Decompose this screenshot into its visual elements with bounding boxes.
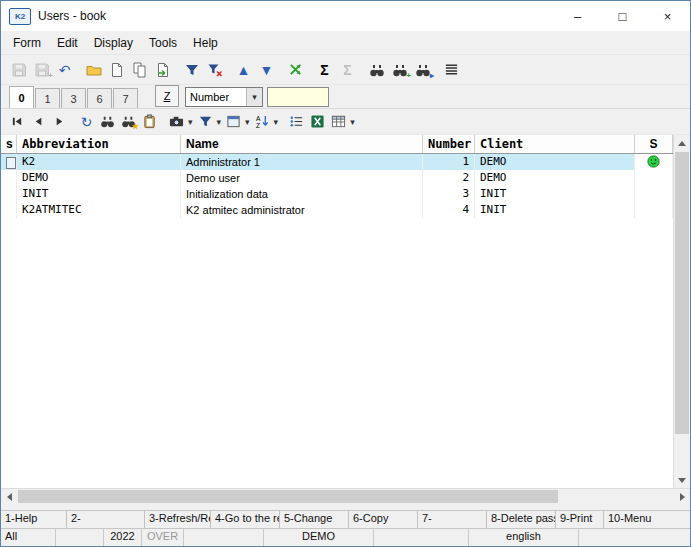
vertical-scroll-thumb[interactable] [675,152,689,434]
fnkey-10-menu[interactable]: 10-Menu [604,511,690,528]
horizontal-scrollbar[interactable] [1,488,690,504]
find-icon[interactable] [365,58,388,81]
form-view-button[interactable]: ▾ [223,111,250,132]
tab-0[interactable]: 0 [9,86,34,108]
new-record-icon[interactable] [105,58,128,81]
tab-3[interactable]: 3 [61,88,86,108]
sum-selected-icon[interactable]: Σ [336,58,359,81]
z-button[interactable]: Z [155,85,179,107]
chevron-down-icon[interactable]: ▾ [350,117,355,127]
status-empty-4 [579,529,690,546]
close-button[interactable]: × [645,1,690,31]
tab-7[interactable]: 7 [113,88,138,108]
cell-name: Initialization data [181,186,423,202]
fnkey-7[interactable]: 7- [418,511,487,528]
cell-abbreviation: DEMO [17,170,181,186]
sort-descending-icon[interactable]: ▼ [255,58,278,81]
snapshot-button[interactable]: ▾ [166,111,193,132]
sort-ascending-icon[interactable]: ▲ [232,58,255,81]
sum-icon[interactable]: Σ [313,58,336,81]
save-record-icon[interactable]: + [30,58,53,81]
window-title: Users - book [38,9,555,23]
table-row[interactable]: K2ATMITEC K2 atmitec administrator 4 INI… [1,202,673,218]
table-row[interactable]: K2 Administrator 1 1 DEMO [1,154,673,170]
current-record-marker [6,157,16,169]
status-bar: All 2022 OVER DEMO english [1,528,690,546]
col-header-status[interactable]: S [635,135,673,153]
open-icon[interactable] [82,58,105,81]
status-client: DEMO [264,529,374,546]
sort-button[interactable]: AZ ▾ [252,111,279,132]
fnkey-2[interactable]: 2- [67,511,145,528]
menu-list-icon[interactable] [440,58,463,81]
col-header-number[interactable]: Number [423,135,475,153]
col-header-client[interactable]: Client [475,135,635,153]
status-empty-3 [374,529,469,546]
cell-client: DEMO [475,154,635,170]
menu-form[interactable]: Form [5,33,49,53]
tab-6[interactable]: 6 [87,88,112,108]
tab-1[interactable]: 1 [35,88,60,108]
cell-abbreviation: INIT [17,186,181,202]
find-highlight-icon[interactable]: ★ [118,111,139,132]
cell-abbreviation: K2 [17,154,181,170]
paste-icon[interactable] [139,111,160,132]
status-mode: All [1,529,56,546]
quick-search-input[interactable] [267,87,329,107]
menu-tools[interactable]: Tools [141,33,185,53]
title-bar: K2 Users - book – □ × [1,1,690,31]
chevron-down-icon[interactable]: ▾ [188,117,193,127]
filter2-button[interactable]: ▾ [195,111,222,132]
menu-edit[interactable]: Edit [49,33,86,53]
filter-icon[interactable] [180,58,203,81]
fnkey-1-help[interactable]: 1-Help [1,511,67,528]
table-view-button[interactable]: ▾ [328,111,355,132]
chevron-down-icon[interactable]: ▾ [274,117,279,127]
scroll-down-icon[interactable] [674,472,690,488]
next-record-icon[interactable] [49,111,70,132]
field-selector-dropdown[interactable]: Number ▾ [185,87,263,107]
minimize-button[interactable]: – [555,1,600,31]
find-next-icon[interactable]: + [388,58,411,81]
cell-name: K2 atmitec administrator [181,202,423,218]
cancel-filter-icon[interactable] [203,58,226,81]
prior-record-icon[interactable] [28,111,49,132]
excel-export-icon[interactable] [307,111,328,132]
horizontal-scroll-thumb[interactable] [18,490,558,503]
menu-help[interactable]: Help [185,33,226,53]
fnkey-3-refresh[interactable]: 3-Refresh/Re [145,511,211,528]
vertical-scrollbar[interactable] [673,135,690,488]
menu-display[interactable]: Display [86,33,141,53]
save-icon[interactable] [7,58,30,81]
insert-copy-icon[interactable] [151,58,174,81]
col-header-s[interactable]: s [1,135,17,153]
page-tab-bar: 0 1 3 6 7 Z Number ▾ [1,85,690,109]
maximize-button[interactable]: □ [600,1,645,31]
scroll-right-icon[interactable] [674,489,690,505]
numbered-list-icon[interactable] [286,111,307,132]
scroll-up-icon[interactable] [674,135,690,151]
table-row[interactable]: INIT Initialization data 3 INIT [1,186,673,202]
cell-abbreviation: K2ATMITEC [17,202,181,218]
first-record-icon[interactable] [7,111,28,132]
fnkey-8-delete[interactable]: 8-Delete pass [487,511,556,528]
cell-name: Administrator 1 [181,154,423,170]
chevron-down-icon[interactable]: ▾ [245,117,250,127]
check-records-icon[interactable] [284,58,307,81]
status-language: english [469,529,579,546]
table-row[interactable]: DEMO Demo user 2 DEMO [1,170,673,186]
record-toolbar: ↻ ★ ▾ ▾ ▾ [1,109,690,135]
refresh-icon[interactable]: ↻ [76,111,97,132]
find2-icon[interactable] [97,111,118,132]
col-header-abbreviation[interactable]: Abbreviation [17,135,181,153]
find-selected-icon[interactable]: ▸ [411,58,434,81]
scroll-left-icon[interactable] [1,489,17,505]
col-header-name[interactable]: Name [181,135,423,153]
undo-icon[interactable]: ↶ [53,58,76,81]
chevron-down-icon[interactable]: ▾ [217,117,222,127]
fnkey-4-goto[interactable]: 4-Go to the re [211,511,280,528]
fnkey-5-change[interactable]: 5-Change [280,511,349,528]
copy-record-icon[interactable] [128,58,151,81]
fnkey-9-print[interactable]: 9-Print [556,511,604,528]
fnkey-6-copy[interactable]: 6-Copy [349,511,418,528]
